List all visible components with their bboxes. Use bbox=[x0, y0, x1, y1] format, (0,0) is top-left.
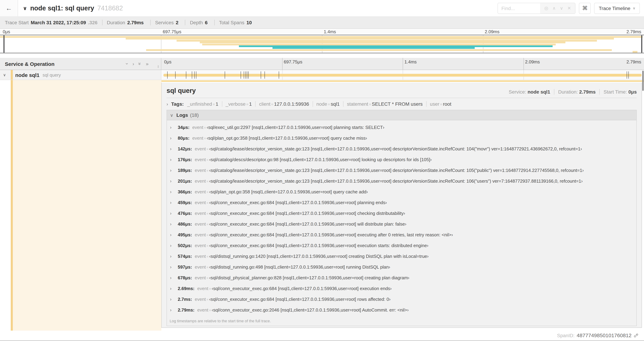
minimap-span-bar bbox=[239, 45, 552, 47]
log-entry[interactable]: › 678μs: event = ‹sql/distsql_physical_p… bbox=[167, 272, 636, 283]
collapse-one-icon[interactable]: › bbox=[125, 63, 130, 65]
equals-sign: = bbox=[206, 298, 209, 301]
log-entry[interactable]: › 574μs: event = ‹sql/distsql_running.go… bbox=[167, 251, 636, 262]
log-entry[interactable]: › 176μs: event = ‹sql/catalog/descs/desc… bbox=[167, 154, 636, 165]
tag-item: statement=SELECT * FROM users bbox=[343, 101, 422, 107]
logs-count: (18) bbox=[190, 112, 199, 118]
chevron-down-icon[interactable]: ∨ bbox=[3, 73, 6, 77]
trace-title-wrap: ∨ node sql1: sql query 7418682 bbox=[18, 4, 498, 12]
log-entry[interactable]: › 495μs: event = ‹sql/conn_executor_exec… bbox=[167, 229, 636, 240]
prev-result-icon[interactable]: ∧ bbox=[552, 6, 556, 11]
equals-sign: = bbox=[206, 244, 209, 248]
collapse-all-icon[interactable]: » bbox=[138, 62, 142, 65]
span-row[interactable]: ∨ node sql1 sql query bbox=[0, 70, 644, 80]
log-field-value: ‹sql/catalog/lease/descriptor_version_st… bbox=[209, 168, 584, 173]
vertical-scrollbar-thumb[interactable] bbox=[642, 71, 644, 91]
log-entry[interactable]: › 2.79ms: event = ‹sql/conn_executor_exe… bbox=[167, 305, 636, 315]
log-entry[interactable]: › 502μs: event = ‹sql/conn_executor_exec… bbox=[167, 240, 636, 251]
chevron-right-icon: › bbox=[170, 189, 172, 194]
log-marker-tick bbox=[167, 71, 168, 79]
span-row-timeline[interactable] bbox=[161, 70, 644, 80]
next-result-icon[interactable]: ∨ bbox=[560, 6, 563, 11]
log-field-key: event bbox=[195, 297, 206, 302]
expand-one-icon[interactable]: › bbox=[132, 61, 134, 66]
log-entry[interactable]: › 2.7ms: event = ‹sql/conn_executor_exec… bbox=[167, 294, 636, 305]
minimap-right-scrubber[interactable] bbox=[641, 35, 642, 53]
logs-title: Logs bbox=[176, 112, 188, 118]
log-entry[interactable]: › 2.69ms: event = ‹sql/conn_executor_exe… bbox=[167, 283, 636, 294]
log-timestamp: 201μs: bbox=[178, 178, 192, 184]
summary-suffix: .326 bbox=[88, 20, 98, 25]
tag-key: statement bbox=[347, 101, 368, 107]
log-entry[interactable]: › 366μs: event = ‹sql/plan_opt.go:358 [n… bbox=[167, 186, 636, 197]
summary-value: 6 bbox=[205, 20, 208, 25]
log-field-value: ‹sql/catalog/descs/descriptor.go:98 [nsq… bbox=[209, 157, 432, 162]
log-field-value: ‹sql/conn_executor_exec.go:684 [nsql1,cl… bbox=[209, 211, 405, 216]
expand-all-icon[interactable]: » bbox=[146, 61, 148, 66]
summary-value: March 31 2022, 17:25:09 bbox=[31, 20, 86, 25]
keyboard-shortcuts-button[interactable]: ⌘ bbox=[579, 3, 591, 14]
service-operation-title: Service & Operation bbox=[5, 61, 126, 67]
timeline-rows-viewport: ∨ node sql1 sql query bbox=[0, 70, 644, 330]
locate-icon[interactable]: ◎ bbox=[544, 6, 548, 11]
log-timestamp: 574μs: bbox=[178, 254, 192, 259]
trace-minimap[interactable]: 0μs 697.75μs 1.4ms 2.09ms 2.79ms bbox=[0, 29, 644, 54]
span-row-name-column[interactable]: ∨ node sql1 sql query bbox=[0, 70, 161, 80]
log-entry[interactable]: › 189μs: event = ‹sql/catalog/lease/desc… bbox=[167, 165, 636, 176]
log-field-key: event bbox=[192, 125, 204, 130]
equals-sign: = bbox=[270, 102, 274, 106]
log-field-value: ‹sql/catalog/lease/descriptor_version_st… bbox=[209, 146, 582, 151]
tag-key: client bbox=[259, 101, 270, 107]
log-field-key: event bbox=[195, 189, 206, 194]
clear-search-icon[interactable]: ✕ bbox=[567, 6, 571, 11]
log-entry[interactable]: › 80μs: event = ‹sql/plan_opt.go:358 [ns… bbox=[167, 133, 636, 143]
tag-value: 127.0.0.1:59936 bbox=[274, 101, 309, 107]
back-button[interactable]: ← bbox=[0, 0, 18, 16]
chevron-right-icon: › bbox=[170, 136, 172, 141]
log-timestamp: 2.69ms: bbox=[178, 286, 194, 291]
equals-sign: = bbox=[208, 287, 212, 291]
minimap-span-bar bbox=[202, 44, 556, 45]
chevron-right-icon: › bbox=[166, 101, 168, 107]
log-timestamp: 80μs: bbox=[178, 136, 190, 141]
log-marker-tick bbox=[240, 71, 241, 79]
minimap-left-scrubber[interactable] bbox=[4, 35, 4, 53]
log-field-key: event bbox=[195, 200, 206, 205]
minimap-span-bar bbox=[200, 42, 566, 43]
trace-summary-item: Depth 6 bbox=[185, 20, 210, 25]
log-entry[interactable]: › 486μs: event = ‹sql/conn_executor_exec… bbox=[167, 219, 636, 229]
log-entry[interactable]: › 476μs: event = ‹sql/conn_executor_exec… bbox=[167, 208, 636, 219]
log-marker-tick bbox=[196, 71, 196, 79]
chevron-down-icon[interactable]: ∨ bbox=[23, 5, 27, 11]
log-timestamp: 142μs: bbox=[178, 146, 192, 151]
log-entry[interactable]: › 459μs: event = ‹sql/conn_executor_exec… bbox=[167, 197, 636, 208]
trace-summary-item: Duration 2.79ms bbox=[102, 20, 146, 25]
tags-accordian[interactable]: › Tags: _unfinished=1 _verbose=1 client=… bbox=[162, 98, 642, 109]
log-entry[interactable]: › 34μs: event = ‹sql/exec_util.go:2297 [… bbox=[167, 122, 636, 133]
column-resize-grip[interactable]: ‖ bbox=[158, 65, 159, 69]
chevron-right-icon: › bbox=[170, 275, 172, 280]
log-field-key: event bbox=[195, 254, 206, 259]
minimap-canvas[interactable] bbox=[0, 35, 644, 53]
log-entry[interactable]: › 142μs: event = ‹sql/catalog/lease/desc… bbox=[167, 143, 636, 154]
chevron-right-icon: › bbox=[170, 146, 172, 151]
find-icon-group: ◎∧∨✕ bbox=[540, 3, 575, 13]
span-duration-bar[interactable] bbox=[163, 74, 642, 77]
tag-key: node bbox=[316, 101, 327, 107]
log-timestamp: 486μs: bbox=[178, 221, 192, 227]
detail-content-area: sql query Service: node sql1 Duration: 2… bbox=[161, 80, 644, 330]
find-input[interactable] bbox=[498, 3, 540, 13]
log-entry[interactable]: › 597μs: event = ‹sql/distsql_running.go… bbox=[167, 262, 636, 272]
log-entry[interactable]: › 201μs: event = ‹sql/catalog/lease/desc… bbox=[167, 176, 636, 186]
chevron-right-icon: › bbox=[170, 178, 172, 184]
meta-value: 2.79ms bbox=[579, 89, 596, 95]
meta-value: 0μs bbox=[628, 89, 637, 95]
equals-sign: = bbox=[206, 212, 209, 216]
log-marker-tick bbox=[245, 71, 246, 79]
minimap-span-bar bbox=[126, 38, 614, 40]
summary-label: Depth bbox=[190, 20, 203, 25]
page-title: node sql1: sql query bbox=[30, 4, 94, 12]
trace-view-select[interactable]: Trace Timeline ∨ bbox=[594, 3, 640, 14]
deep-link-icon[interactable] bbox=[634, 333, 638, 338]
logs-accordian-header[interactable]: ∨ Logs (18) bbox=[167, 110, 636, 120]
